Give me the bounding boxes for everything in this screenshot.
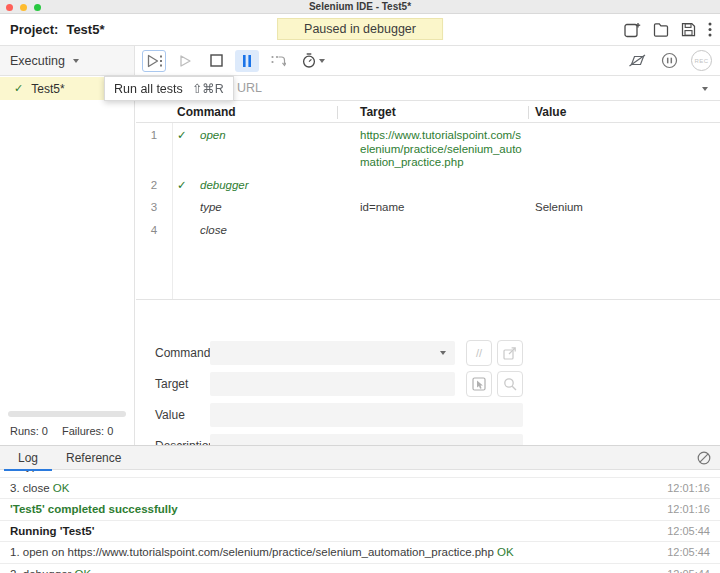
toolbar: Executing REC bbox=[0, 45, 720, 76]
log-message: 1. open on https://www.tutorialspoint.co… bbox=[10, 546, 514, 558]
command-name: type bbox=[190, 201, 222, 213]
tooltip-label: Run all tests bbox=[114, 82, 183, 96]
new-project-icon[interactable] bbox=[624, 22, 641, 38]
kebab-menu-icon[interactable] bbox=[708, 22, 712, 37]
step-editor: Command // Target Value bbox=[136, 324, 720, 445]
log-message: 2. debugger OK bbox=[10, 568, 91, 573]
log-ok-status: OK bbox=[53, 482, 70, 494]
column-header-value: Value bbox=[535, 105, 720, 119]
stop-button[interactable] bbox=[204, 50, 228, 72]
minimize-window-button[interactable] bbox=[20, 4, 27, 11]
project-bar: Project: Test5* Paused in debugger bbox=[0, 14, 720, 45]
toggle-comment-button[interactable]: // bbox=[466, 340, 492, 366]
log-message: 'Test5' completed successfully bbox=[10, 503, 178, 515]
project-name: Test5* bbox=[66, 22, 104, 37]
traffic-lights bbox=[6, 4, 41, 11]
table-row[interactable]: 2✓debugger bbox=[136, 173, 720, 196]
open-in-new-window-icon[interactable] bbox=[497, 340, 523, 366]
commands-table: Command Target Value 1✓openhttps://www.t… bbox=[136, 102, 720, 445]
log-row: 2. debugger OK12:05:44 bbox=[0, 564, 720, 573]
test-name: Test5* bbox=[31, 82, 64, 96]
value-cell: Selenium bbox=[535, 201, 720, 215]
column-header-command: Command bbox=[172, 105, 360, 119]
log-row: 2. type on id=name with value Selenium O… bbox=[0, 470, 720, 478]
table-row[interactable]: 4✓close bbox=[136, 218, 720, 241]
chevron-down-icon bbox=[319, 59, 325, 63]
log-panel: Log Reference 2. type on id=name with va… bbox=[0, 445, 720, 573]
url-placeholder: URL bbox=[237, 81, 262, 95]
runs-count: Runs: 0 bbox=[10, 425, 48, 437]
target-cell: https://www.tutorialspoint.com/selenium/… bbox=[360, 129, 535, 170]
log-tab-bar: Log Reference bbox=[0, 445, 720, 470]
command-field-label: Command bbox=[136, 346, 210, 360]
chevron-down-icon[interactable] bbox=[702, 87, 708, 91]
tests-sidebar: ✓ Test5* Runs: 0 Failures: 0 bbox=[0, 77, 135, 445]
open-project-icon[interactable] bbox=[653, 22, 669, 37]
command-cell: ✓open bbox=[172, 129, 360, 143]
command-select[interactable] bbox=[210, 341, 455, 365]
run-current-test-button[interactable] bbox=[173, 50, 197, 72]
project-label: Project: bbox=[10, 22, 58, 37]
target-field-label: Target bbox=[136, 377, 210, 391]
paused-in-debugger-badge: Paused in debugger bbox=[277, 18, 443, 40]
save-project-icon[interactable] bbox=[681, 22, 696, 37]
executed-check-icon: ✓ bbox=[177, 129, 190, 143]
log-timestamp: 12:05:44 bbox=[657, 525, 710, 537]
disable-breakpoints-icon[interactable] bbox=[627, 53, 648, 68]
column-divider bbox=[528, 106, 529, 119]
tooltip-shortcut: ⇧⌘R bbox=[192, 81, 224, 96]
chevron-down-icon bbox=[73, 59, 79, 63]
log-timestamp: 12:01:16 bbox=[657, 470, 710, 472]
close-window-button[interactable] bbox=[6, 4, 13, 11]
pause-on-exceptions-icon[interactable] bbox=[661, 52, 678, 69]
pause-button[interactable] bbox=[235, 50, 259, 72]
clear-log-icon[interactable] bbox=[697, 451, 711, 469]
test-state-label: Executing bbox=[10, 54, 65, 68]
column-divider bbox=[337, 106, 338, 119]
target-cell: id=name bbox=[360, 201, 535, 215]
log-timestamp: 12:01:16 bbox=[657, 503, 710, 515]
log-timestamp: 12:01:16 bbox=[657, 482, 710, 494]
main-panel: URL Command Target Value 1✓openhttps://w… bbox=[136, 77, 720, 445]
commands-table-body: 1✓openhttps://www.tutorialspoint.com/sel… bbox=[136, 123, 720, 240]
step-over-button[interactable] bbox=[266, 50, 290, 72]
row-number: 3 bbox=[136, 201, 172, 215]
zoom-window-button[interactable] bbox=[34, 4, 41, 11]
log-timestamp: 12:05:44 bbox=[657, 546, 710, 558]
command-name: open bbox=[190, 129, 226, 141]
test-state-dropdown[interactable]: Executing bbox=[0, 46, 135, 75]
log-ok-status: OK bbox=[497, 546, 514, 558]
log-ok-status: OK bbox=[75, 568, 92, 573]
table-row[interactable]: 3✓typeid=nameSelenium bbox=[136, 195, 720, 218]
tab-reference[interactable]: Reference bbox=[52, 446, 135, 471]
row-number-divider bbox=[172, 123, 173, 300]
test-speed-button[interactable] bbox=[297, 50, 329, 72]
command-name: close bbox=[190, 224, 227, 236]
target-field[interactable] bbox=[210, 372, 455, 396]
run-all-tests-tooltip: Run all tests ⇧⌘R bbox=[104, 76, 234, 101]
log-row: 1. open on https://www.tutorialspoint.co… bbox=[0, 542, 720, 564]
select-target-icon[interactable] bbox=[466, 371, 492, 397]
log-row: 'Test5' completed successfully12:01:16 bbox=[0, 499, 720, 521]
column-header-target: Target bbox=[360, 105, 535, 119]
table-row[interactable]: 1✓openhttps://www.tutorialspoint.com/sel… bbox=[136, 123, 720, 173]
window-titlebar: Selenium IDE - Test5* bbox=[0, 0, 720, 14]
row-number: 2 bbox=[136, 179, 172, 193]
command-name: debugger bbox=[190, 179, 249, 191]
command-cell: ✓type bbox=[172, 201, 360, 215]
find-target-icon[interactable] bbox=[497, 371, 523, 397]
row-number: 1 bbox=[136, 129, 172, 143]
table-editor-divider bbox=[136, 299, 720, 300]
value-field-label: Value bbox=[136, 408, 210, 422]
value-field[interactable] bbox=[210, 403, 523, 427]
log-row: 3. close OK12:01:16 bbox=[0, 478, 720, 500]
log-timestamp: 12:05:44 bbox=[657, 568, 710, 573]
tab-log[interactable]: Log bbox=[4, 446, 52, 471]
command-cell: ✓debugger bbox=[172, 179, 360, 193]
executed-check-icon: ✓ bbox=[177, 179, 190, 193]
chevron-down-icon bbox=[440, 351, 446, 355]
record-button[interactable]: REC bbox=[691, 50, 712, 71]
run-progress-bar bbox=[8, 411, 126, 417]
row-number: 4 bbox=[136, 224, 172, 238]
run-all-tests-button[interactable] bbox=[142, 50, 166, 72]
